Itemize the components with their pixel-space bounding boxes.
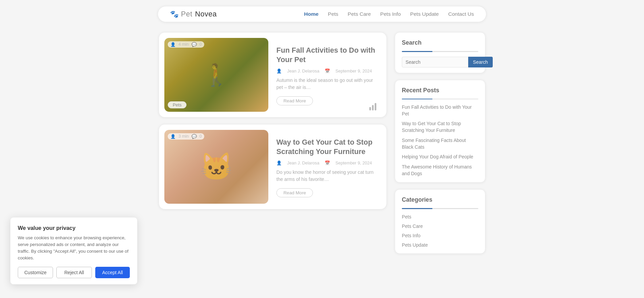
post-card-1: 🚶 👤 4 min 💬 0 Pets Fun Fall Activities t… xyxy=(159,32,387,117)
sidebar-recent-divider xyxy=(402,99,478,100)
post-1-category: Pets xyxy=(168,101,186,108)
loading-bars-icon xyxy=(369,103,376,110)
post-2-image: 🐱 👤 3 min 💬 0 xyxy=(164,130,268,204)
sidebar-categories-card: Categories Pets Pets Care Pets Info Pets… xyxy=(395,189,485,254)
recent-post-1: Fun Fall Activities to Do with Your Pet xyxy=(402,104,478,117)
recent-post-2-link[interactable]: Way to Get Your Cat to Stop Scratching Y… xyxy=(402,121,461,133)
recent-post-1-link[interactable]: Fun Fall Activities to Do with Your Pet xyxy=(402,104,472,116)
logo[interactable]: 🐾 Pet Novea xyxy=(170,10,217,18)
post-2-read-time-icon: 👤 xyxy=(170,134,176,139)
bar-3 xyxy=(375,103,376,110)
post-1-author: Jean J. Delarosa xyxy=(287,68,319,73)
main-layout: 🚶 👤 4 min 💬 0 Pets Fun Fall Activities t… xyxy=(104,26,540,264)
cookie-banner: We value your privacy We use cookies to … xyxy=(10,217,138,285)
recent-post-5: The Awesome History of Humans and Dogs xyxy=(402,164,478,177)
sidebar-search-card: Search Search xyxy=(395,32,485,73)
categories-list: Pets Pets Care Pets Info Pets Update xyxy=(402,214,478,248)
post-2-read-time: 3 min xyxy=(178,134,189,139)
logo-brand-text: Novea xyxy=(195,10,217,18)
post-1-comments: 0 xyxy=(200,42,202,47)
logo-pet-text: Pet xyxy=(181,10,193,18)
pet-walk-icon: 🚶 xyxy=(203,62,230,88)
post-2-meta-top: 👤 3 min 💬 0 xyxy=(168,133,204,140)
sidebar: Search Search Recent Posts Fun Fall Acti… xyxy=(395,32,485,254)
recent-posts-list: Fun Fall Activities to Do with Your Pet … xyxy=(402,104,478,177)
post-1-image: 🚶 👤 4 min 💬 0 Pets xyxy=(164,38,268,112)
header-wrap: 🐾 Pet Novea Home Pets Pets Care Pets Inf… xyxy=(0,0,644,26)
category-pets-care: Pets Care xyxy=(402,223,478,229)
post-1-calendar-icon: 📅 xyxy=(325,68,330,73)
post-2-image-placeholder: 🐱 xyxy=(164,130,268,204)
nav-contact-us[interactable]: Contact Us xyxy=(448,11,474,17)
cookie-title: We value your privacy xyxy=(18,225,130,231)
post-2-author-date: 👤 Jean J. Delarosa 📅 September 9, 2024 xyxy=(276,160,378,165)
sidebar-categories-title: Categories xyxy=(402,196,478,203)
category-pets-link[interactable]: Pets xyxy=(402,214,411,219)
recent-post-3: Some Fascinating Facts About Black Cats xyxy=(402,137,478,150)
post-1-comment-icon: 💬 xyxy=(192,42,197,47)
post-2-author-icon: 👤 xyxy=(276,160,282,165)
nav-pets-info[interactable]: Pets Info xyxy=(380,11,401,17)
category-pets-info: Pets Info xyxy=(402,233,478,239)
post-2-content: Way to Get Your Cat to Stop Scratching Y… xyxy=(276,136,378,197)
main-nav: Home Pets Pets Care Pets Info Pets Updat… xyxy=(304,11,474,17)
category-pets-update-link[interactable]: Pets Update xyxy=(402,242,428,248)
search-row: Search xyxy=(402,57,478,67)
post-1-content: Fun Fall Activities to Do with Your Pet … xyxy=(276,44,378,105)
post-1-author-date: 👤 Jean J. Delarosa 📅 September 9, 2024 xyxy=(276,68,378,73)
nav-pets-care[interactable]: Pets Care xyxy=(348,11,371,17)
accept-all-button[interactable]: Accept All xyxy=(95,267,130,278)
logo-icon: 🐾 xyxy=(170,10,179,18)
bar-1 xyxy=(369,107,371,110)
category-pets: Pets xyxy=(402,214,478,220)
posts-column: 🚶 👤 4 min 💬 0 Pets Fun Fall Activities t… xyxy=(159,32,387,254)
category-pets-info-link[interactable]: Pets Info xyxy=(402,233,421,238)
post-2-title: Way to Get Your Cat to Stop Scratching Y… xyxy=(276,138,378,156)
nav-pets[interactable]: Pets xyxy=(328,11,338,17)
post-1-read-time-icon: 👤 xyxy=(170,42,176,47)
category-pets-update: Pets Update xyxy=(402,242,478,248)
post-2-date: September 9, 2024 xyxy=(335,160,372,165)
sidebar-recent-posts-card: Recent Posts Fun Fall Activities to Do w… xyxy=(395,80,485,183)
category-pets-care-link[interactable]: Pets Care xyxy=(402,224,423,229)
post-2-comments: 0 xyxy=(200,134,202,139)
post-1-read-more[interactable]: Read More xyxy=(276,96,313,105)
post-2-excerpt: Do you know the horror of seeing your ca… xyxy=(276,169,378,183)
post-1-date: September 9, 2024 xyxy=(335,68,372,73)
nav-home[interactable]: Home xyxy=(304,11,318,17)
post-1-excerpt: Autumn is the ideal season to go out wit… xyxy=(276,77,378,91)
post-card-2: 🐱 👤 3 min 💬 0 Way to Get Your Cat to Sto… xyxy=(159,124,387,209)
recent-post-4-link[interactable]: Helping Your Dog Afraid of People xyxy=(402,154,473,159)
post-2-comment-icon: 💬 xyxy=(192,134,197,139)
post-1-author-icon: 👤 xyxy=(276,68,282,73)
nav-pets-update[interactable]: Pets Update xyxy=(410,11,439,17)
header-inner: 🐾 Pet Novea Home Pets Pets Care Pets Inf… xyxy=(158,6,486,22)
sidebar-search-divider xyxy=(402,51,478,52)
customize-button[interactable]: Customize xyxy=(18,267,53,278)
post-1-image-placeholder: 🚶 xyxy=(164,38,268,112)
recent-post-4: Helping Your Dog Afraid of People xyxy=(402,154,478,160)
recent-post-2: Way to Get Your Cat to Stop Scratching Y… xyxy=(402,120,478,134)
cat-icon: 🐱 xyxy=(200,151,233,183)
sidebar-categories-divider xyxy=(402,208,478,209)
post-2-read-more[interactable]: Read More xyxy=(276,188,313,197)
sidebar-search-title: Search xyxy=(402,39,478,46)
cookie-text: We use cookies to enhance your browsing … xyxy=(18,235,130,261)
post-1-read-time: 4 min xyxy=(178,42,189,47)
cookie-buttons: Customize Reject All Accept All xyxy=(18,267,130,278)
bar-2 xyxy=(372,105,374,110)
post-1-meta-top: 👤 4 min 💬 0 xyxy=(168,41,204,48)
recent-post-3-link[interactable]: Some Fascinating Facts About Black Cats xyxy=(402,138,466,150)
post-2-calendar-icon: 📅 xyxy=(325,160,330,165)
search-button[interactable]: Search xyxy=(468,57,493,67)
sidebar-recent-title: Recent Posts xyxy=(402,87,478,94)
post-2-author: Jean J. Delarosa xyxy=(287,160,319,165)
search-input[interactable] xyxy=(402,57,468,67)
post-1-title: Fun Fall Activities to Do with Your Pet xyxy=(276,46,378,64)
recent-post-5-link[interactable]: The Awesome History of Humans and Dogs xyxy=(402,164,472,176)
reject-all-button[interactable]: Reject All xyxy=(56,267,92,278)
